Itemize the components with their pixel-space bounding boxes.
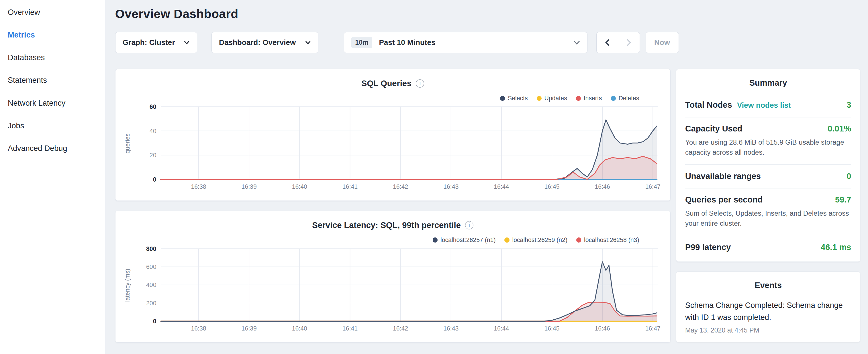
chart-card-1: Service Latency: SQL, 99th percentileilo… xyxy=(115,211,671,343)
time-range-dropdown[interactable]: 10m Past 10 Minutes xyxy=(344,32,587,53)
chevron-left-icon xyxy=(605,39,610,46)
sidebar-item-network-latency[interactable]: Network Latency xyxy=(0,92,105,115)
chart-title-row: SQL Queriesi xyxy=(116,69,670,88)
chart-plot[interactable]: 020040060080016:3816:3916:4016:4116:4216… xyxy=(136,243,664,336)
svg-text:400: 400 xyxy=(146,282,156,288)
svg-text:16:44: 16:44 xyxy=(494,325,509,332)
svg-text:20: 20 xyxy=(150,152,156,159)
charts-column: SQL QueriesiSelectsUpdatesInsertsDeletes… xyxy=(115,69,671,342)
event-message: Schema Change Completed: Schema change w… xyxy=(685,299,851,324)
chevron-right-icon xyxy=(626,39,631,46)
summary-label: Total Nodes xyxy=(685,100,732,110)
summary-label: P99 latency xyxy=(685,243,731,252)
chevron-down-icon xyxy=(574,38,580,47)
svg-text:200: 200 xyxy=(146,300,156,307)
sidebar-item-metrics[interactable]: Metrics xyxy=(0,24,105,46)
time-step-buttons xyxy=(596,32,640,53)
graph-dropdown[interactable]: Graph: Cluster xyxy=(115,32,197,53)
svg-text:16:41: 16:41 xyxy=(342,325,358,332)
svg-text:60: 60 xyxy=(150,103,156,110)
time-range-badge: 10m xyxy=(351,37,372,48)
svg-text:16:43: 16:43 xyxy=(443,325,459,332)
chart-title: Service Latency: SQL, 99th percentile xyxy=(312,221,461,230)
summary-row-main: Capacity Used0.01% xyxy=(685,124,851,133)
svg-text:40: 40 xyxy=(150,128,156,135)
chart-card-0: SQL QueriesiSelectsUpdatesInsertsDeletes… xyxy=(115,69,671,201)
svg-text:16:38: 16:38 xyxy=(191,325,206,332)
summary-label: Unavailable ranges xyxy=(685,171,761,181)
svg-text:16:43: 16:43 xyxy=(443,183,459,190)
summary-value: 0.01% xyxy=(828,124,851,133)
summary-title: Summary xyxy=(685,69,851,94)
summary-row-main: P99 latency46.1 ms xyxy=(685,243,851,252)
chart-plot[interactable]: 020406016:3816:3916:4016:4116:4216:4316:… xyxy=(136,101,664,194)
summary-value: 46.1 ms xyxy=(821,243,851,252)
svg-text:16:45: 16:45 xyxy=(545,325,560,332)
sidebar-item-advanced-debug[interactable]: Advanced Debug xyxy=(0,137,105,160)
svg-text:16:42: 16:42 xyxy=(393,183,408,190)
event-item: Schema Change Completed: Schema change w… xyxy=(685,296,851,340)
chart-title-row: Service Latency: SQL, 99th percentilei xyxy=(116,211,670,230)
svg-text:0: 0 xyxy=(153,176,156,183)
chart-y-axis-label: queries xyxy=(124,133,131,154)
time-back-button[interactable] xyxy=(596,32,618,53)
svg-text:16:39: 16:39 xyxy=(242,183,257,190)
right-panel: Summary Total NodesView nodes list3Capac… xyxy=(676,69,860,342)
legend-dot-icon xyxy=(576,237,581,242)
svg-text:16:41: 16:41 xyxy=(342,183,358,190)
svg-text:16:40: 16:40 xyxy=(292,183,307,190)
time-range-label: Past 10 Minutes xyxy=(379,38,435,47)
summary-row-main: Total NodesView nodes list3 xyxy=(685,100,851,110)
summary-row-main: Queries per second59.7 xyxy=(685,195,851,204)
summary-row: Unavailable ranges0 xyxy=(685,165,851,188)
now-button[interactable]: Now xyxy=(646,32,679,53)
sidebar-item-databases[interactable]: Databases xyxy=(0,46,105,69)
summary-value: 3 xyxy=(846,100,851,110)
svg-text:16:47: 16:47 xyxy=(645,183,660,190)
svg-text:16:44: 16:44 xyxy=(494,183,509,190)
svg-text:16:39: 16:39 xyxy=(242,325,257,332)
svg-text:16:42: 16:42 xyxy=(393,325,408,332)
events-title: Events xyxy=(685,272,851,296)
summary-row: Capacity Used0.01%You are using 28.6 MiB… xyxy=(685,118,851,165)
summary-value: 0 xyxy=(846,171,851,181)
dashboard-body: SQL QueriesiSelectsUpdatesInsertsDeletes… xyxy=(115,69,860,342)
summary-row: Queries per second59.7Sum of Selects, Up… xyxy=(685,189,851,236)
svg-text:16:46: 16:46 xyxy=(595,325,610,332)
svg-text:16:38: 16:38 xyxy=(191,183,206,190)
info-icon[interactable]: i xyxy=(416,79,424,88)
time-forward-button[interactable] xyxy=(618,32,640,53)
summary-rows: Total NodesView nodes list3Capacity Used… xyxy=(685,94,851,259)
info-icon[interactable]: i xyxy=(465,221,473,229)
chevron-down-icon xyxy=(184,41,189,45)
summary-label: Capacity Used xyxy=(685,124,743,133)
svg-text:16:45: 16:45 xyxy=(545,183,560,190)
sidebar-item-statements[interactable]: Statements xyxy=(0,69,105,92)
legend-dot-icon xyxy=(504,237,509,242)
graph-dropdown-label: Graph: Cluster xyxy=(123,38,175,47)
view-nodes-link[interactable]: View nodes list xyxy=(737,101,791,110)
chart-title: SQL Queries xyxy=(361,79,411,88)
dashboard-dropdown-label: Dashboard: Overview xyxy=(219,38,296,47)
svg-text:800: 800 xyxy=(146,246,156,252)
summary-value: 59.7 xyxy=(835,195,851,204)
app-root: OverviewMetricsDatabasesStatementsNetwor… xyxy=(0,0,868,354)
legend-dot-icon xyxy=(537,96,541,101)
page-title: Overview Dashboard xyxy=(115,7,860,21)
svg-text:16:47: 16:47 xyxy=(645,325,660,332)
event-timestamp: May 13, 2020 at 4:45 PM xyxy=(685,326,851,334)
controls-bar: Graph: Cluster Dashboard: Overview 10m P… xyxy=(115,32,860,53)
events-card: Events Schema Change Completed: Schema c… xyxy=(676,271,860,342)
summary-label: Queries per second xyxy=(685,195,763,204)
sidebar-item-jobs[interactable]: Jobs xyxy=(0,115,105,137)
events-list: Schema Change Completed: Schema change w… xyxy=(685,296,851,340)
legend-dot-icon xyxy=(576,96,581,101)
svg-text:16:40: 16:40 xyxy=(292,325,307,332)
legend-dot-icon xyxy=(500,96,505,101)
chart-y-axis-label: latency (ms) xyxy=(124,269,131,302)
summary-description: Sum of Selects, Updates, Inserts, and De… xyxy=(685,208,851,228)
summary-row: P99 latency46.1 ms xyxy=(685,236,851,259)
svg-text:0: 0 xyxy=(153,318,156,325)
dashboard-dropdown[interactable]: Dashboard: Overview xyxy=(212,32,318,53)
sidebar-item-overview[interactable]: Overview xyxy=(0,1,105,24)
